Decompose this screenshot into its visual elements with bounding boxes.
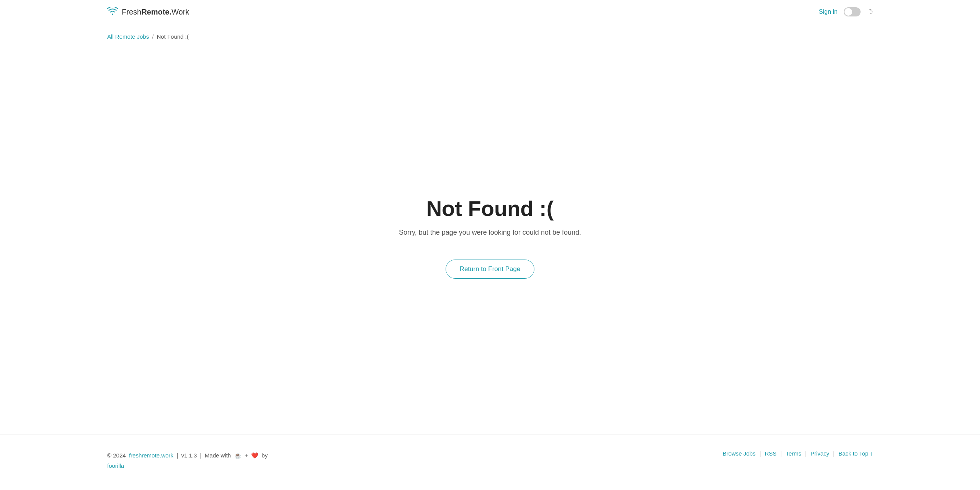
- dark-mode-toggle[interactable]: [844, 7, 861, 16]
- return-to-front-page-button[interactable]: Return to Front Page: [446, 260, 535, 279]
- footer-coffee-emoji: ☕: [234, 452, 242, 459]
- footer-site-link[interactable]: freshremote.work: [129, 452, 173, 459]
- footer-heart-emoji: ❤️: [251, 452, 258, 459]
- back-to-top-link[interactable]: Back to Top ↑: [838, 450, 873, 457]
- terms-link[interactable]: Terms: [786, 450, 801, 457]
- browse-jobs-link[interactable]: Browse Jobs: [723, 450, 756, 457]
- breadcrumb: All Remote Jobs / Not Found :(: [0, 24, 980, 40]
- sign-in-link[interactable]: Sign in: [819, 8, 838, 15]
- logo-text: FreshRemote.Work: [122, 8, 189, 16]
- breadcrumb-current: Not Found :(: [157, 33, 188, 40]
- breadcrumb-home-link[interactable]: All Remote Jobs: [107, 33, 149, 40]
- header: FreshRemote.Work Sign in ☽: [0, 0, 980, 24]
- footer-by: by: [261, 452, 268, 459]
- error-title: Not Found :(: [426, 196, 554, 221]
- main-content: Not Found :( Sorry, but the page you wer…: [0, 40, 980, 434]
- logo-link[interactable]: FreshRemote.Work: [107, 7, 189, 17]
- footer-sep-4: |: [833, 450, 835, 457]
- breadcrumb-separator: /: [152, 33, 154, 40]
- footer-sep-2: |: [780, 450, 782, 457]
- footer-plus: +: [245, 452, 248, 459]
- privacy-link[interactable]: Privacy: [810, 450, 829, 457]
- footer-author-link[interactable]: foorilla: [107, 462, 124, 469]
- moon-icon[interactable]: ☽: [867, 8, 873, 16]
- footer-sep-1: |: [760, 450, 761, 457]
- footer-right: Browse Jobs | RSS | Terms | Privacy | Ba…: [723, 450, 873, 457]
- rss-link[interactable]: RSS: [765, 450, 777, 457]
- footer-made-with: Made with: [205, 452, 231, 459]
- error-subtitle: Sorry, but the page you were looking for…: [399, 229, 581, 237]
- footer-version: v1.1.3: [181, 452, 197, 459]
- footer-right-links: Browse Jobs | RSS | Terms | Privacy | Ba…: [723, 450, 873, 457]
- footer: © 2024 freshremote.work | v1.1.3 | Made …: [0, 434, 980, 490]
- footer-copyright: © 2024: [107, 452, 126, 459]
- footer-sep-3: |: [805, 450, 807, 457]
- footer-left: © 2024 freshremote.work | v1.1.3 | Made …: [107, 450, 268, 471]
- wifi-icon: [107, 7, 118, 17]
- header-right: Sign in ☽: [819, 7, 873, 16]
